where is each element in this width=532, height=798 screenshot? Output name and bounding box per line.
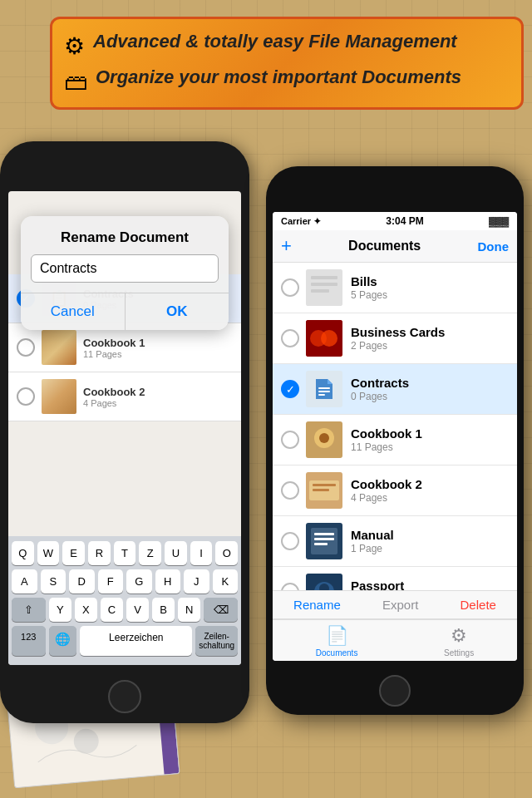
doc-name-bizcard: Business Cards bbox=[351, 325, 509, 339]
thumb-bizcard bbox=[306, 320, 342, 357]
promo-text-2: Organize your most important Documents bbox=[96, 66, 461, 88]
key-t[interactable]: T bbox=[114, 541, 136, 565]
radio-contracts[interactable] bbox=[281, 380, 299, 398]
tab-bar: 📄 Documents ⚙ Settings bbox=[273, 619, 517, 661]
phone-right-screen: Carrier ✦ 3:04 PM ▓▓▓ + Documents Done B… bbox=[273, 212, 517, 661]
doc-name-cookbook1: Cookbook 1 bbox=[351, 426, 509, 441]
svg-rect-21 bbox=[314, 543, 328, 545]
key-return[interactable]: Zeilen-schaltung bbox=[195, 626, 238, 656]
list-item: Cookbook 2 4 Pages bbox=[8, 372, 241, 421]
keyboard-row-1: Q W E R T Z U I O bbox=[12, 541, 238, 565]
doc-item-bills[interactable]: Bills 5 Pages bbox=[273, 263, 517, 313]
svg-point-12 bbox=[319, 433, 329, 443]
radio-manual[interactable] bbox=[281, 532, 299, 550]
radio-bills[interactable] bbox=[281, 278, 299, 297]
key-c[interactable]: C bbox=[101, 598, 123, 622]
svg-point-6 bbox=[321, 330, 337, 347]
key-y[interactable]: Y bbox=[49, 598, 71, 622]
phone-right: Carrier ✦ 3:04 PM ▓▓▓ + Documents Done B… bbox=[266, 166, 524, 715]
doc-pages-cookbook2: 4 Pages bbox=[351, 492, 509, 504]
radio-cookbook2[interactable] bbox=[281, 481, 299, 500]
tab-settings[interactable]: ⚙ Settings bbox=[444, 625, 474, 658]
thumb-manual bbox=[306, 523, 342, 559]
delete-button[interactable]: Delete bbox=[461, 598, 496, 612]
key-shift[interactable]: ⇧ bbox=[12, 598, 46, 622]
key-v[interactable]: V bbox=[126, 598, 149, 622]
svg-rect-9 bbox=[318, 394, 325, 396]
doc-item-passport[interactable]: Passport 1 Page bbox=[273, 567, 517, 590]
doc-name-manual: Manual bbox=[351, 528, 509, 542]
keyboard-row-4: 123 🌐 Leerzeichen Zeilen-schaltung bbox=[12, 626, 238, 656]
home-button-left[interactable] bbox=[108, 680, 141, 713]
rename-dialog: Rename Document Cancel OK bbox=[21, 216, 229, 330]
key-r[interactable]: R bbox=[88, 541, 111, 565]
radio-unchecked bbox=[17, 338, 35, 357]
thumb-bills bbox=[306, 269, 342, 306]
nav-bar: + Documents Done bbox=[273, 230, 517, 263]
phone-left-screen: ✓ 📋 Contracts 0 Pages Cookbook 1 11 Page… bbox=[8, 191, 241, 665]
doc-pages-contracts: 0 Pages bbox=[351, 391, 509, 402]
key-x[interactable]: X bbox=[75, 598, 97, 622]
key-d[interactable]: D bbox=[69, 569, 95, 594]
export-button[interactable]: Export bbox=[382, 598, 418, 612]
doc-pages-bizcard: 2 Pages bbox=[351, 340, 509, 352]
radio-cookbook1[interactable] bbox=[281, 431, 299, 449]
doc-item-manual[interactable]: Manual 1 Page bbox=[273, 516, 517, 567]
radio-bizcard[interactable] bbox=[281, 329, 299, 347]
add-button[interactable]: + bbox=[281, 235, 292, 257]
left-item-pages: 11 Pages bbox=[83, 349, 145, 359]
key-backspace[interactable]: ⌫ bbox=[204, 598, 238, 622]
key-w[interactable]: W bbox=[37, 541, 60, 565]
doc-item-cookbook2[interactable]: Cookbook 2 4 Pages bbox=[273, 466, 517, 516]
rename-button[interactable]: Rename bbox=[293, 598, 341, 612]
promo-banner: ⚙ Advanced & totally easy File Managemen… bbox=[50, 17, 524, 110]
phone-left: ✓ 📋 Contracts 0 Pages Cookbook 1 11 Page… bbox=[0, 141, 249, 723]
svg-rect-15 bbox=[313, 484, 336, 486]
key-space[interactable]: Leerzeichen bbox=[80, 626, 192, 656]
thumb-cookbook2-right bbox=[306, 472, 342, 509]
done-button[interactable]: Done bbox=[477, 239, 509, 254]
thumb-cookbook2 bbox=[42, 379, 76, 414]
key-j[interactable]: J bbox=[184, 569, 209, 594]
key-h[interactable]: H bbox=[155, 569, 181, 594]
tab-documents[interactable]: 📄 Documents bbox=[316, 625, 358, 658]
action-bar: Rename Export Delete bbox=[273, 590, 517, 619]
key-f[interactable]: F bbox=[98, 569, 124, 594]
tab-documents-label: Documents bbox=[316, 648, 358, 658]
key-b[interactable]: B bbox=[152, 598, 175, 622]
thumb-cookbook1-right bbox=[306, 421, 342, 458]
time: 3:04 PM bbox=[386, 215, 423, 227]
cancel-button[interactable]: Cancel bbox=[21, 293, 126, 330]
key-z[interactable]: Z bbox=[139, 541, 161, 565]
nav-title: Documents bbox=[348, 239, 421, 254]
key-e[interactable]: E bbox=[62, 541, 85, 565]
ok-button[interactable]: OK bbox=[126, 293, 229, 330]
rename-input[interactable] bbox=[31, 254, 219, 283]
home-button-right[interactable] bbox=[379, 675, 411, 707]
key-q[interactable]: Q bbox=[12, 541, 34, 565]
doc-item-contracts[interactable]: Contracts 0 Pages bbox=[273, 364, 517, 415]
keyboard-row-2: A S D F G H J K bbox=[12, 569, 238, 594]
doc-item-bizcard[interactable]: Business Cards 2 Pages bbox=[273, 313, 517, 364]
key-k[interactable]: K bbox=[213, 569, 239, 594]
tab-settings-label: Settings bbox=[444, 648, 474, 658]
thumb-cookbook1 bbox=[42, 330, 76, 365]
key-s[interactable]: S bbox=[41, 569, 66, 594]
key-g[interactable]: G bbox=[126, 569, 152, 594]
documents-tab-icon: 📄 bbox=[326, 625, 348, 647]
svg-rect-18 bbox=[311, 528, 337, 554]
doc-item-cookbook1[interactable]: Cookbook 1 11 Pages bbox=[273, 415, 517, 466]
doc-name-contracts: Contracts bbox=[351, 376, 509, 390]
key-u[interactable]: U bbox=[165, 541, 187, 565]
rename-buttons: Cancel OK bbox=[21, 293, 229, 330]
key-i[interactable]: I bbox=[190, 541, 213, 565]
key-n[interactable]: N bbox=[178, 598, 200, 622]
left-item-pages: 4 Pages bbox=[83, 398, 145, 408]
gear-icon: ⚙ bbox=[64, 32, 85, 60]
svg-rect-20 bbox=[314, 538, 334, 540]
radio-passport[interactable] bbox=[281, 583, 299, 590]
key-a[interactable]: A bbox=[12, 569, 37, 594]
key-123[interactable]: 123 bbox=[12, 626, 46, 656]
key-o[interactable]: O bbox=[215, 541, 238, 565]
key-globe[interactable]: 🌐 bbox=[49, 626, 77, 656]
